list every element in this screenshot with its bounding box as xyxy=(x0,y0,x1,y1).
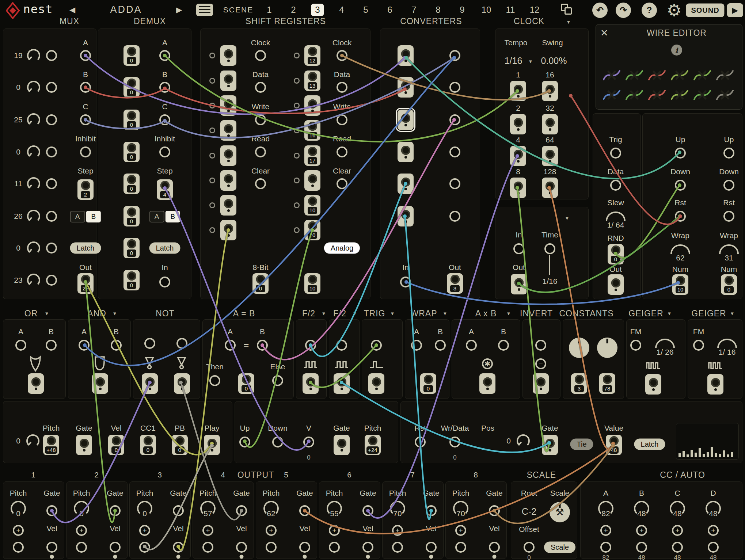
shift1-stage-jack[interactable] xyxy=(220,145,236,166)
dac-port[interactable] xyxy=(449,82,460,93)
output-gate-port[interactable] xyxy=(299,505,310,516)
shift2-stage-jack[interactable]: 13 xyxy=(304,71,320,91)
invert-out-jack[interactable] xyxy=(533,373,549,394)
mux-latch-button[interactable]: Latch xyxy=(70,243,101,254)
shift1-tap-port[interactable] xyxy=(209,178,215,183)
demux-out-jack[interactable]: 0 xyxy=(123,45,140,66)
counter-num-jack[interactable]: 10 xyxy=(672,274,688,295)
wire-editor-mark[interactable] xyxy=(671,88,688,102)
close-icon[interactable]: ✕ xyxy=(600,27,608,39)
preset-next-icon[interactable]: ▶ xyxy=(176,5,182,14)
midi-gate-jack[interactable] xyxy=(76,435,92,455)
wire-editor-mark[interactable] xyxy=(693,88,711,102)
shift1-port-clear[interactable] xyxy=(255,178,266,189)
shift1-tap-port[interactable] xyxy=(209,103,215,108)
shift2-port-data[interactable] xyxy=(337,82,347,93)
seq-wrdata-port[interactable] xyxy=(449,437,460,447)
seq-gate-jack[interactable] xyxy=(542,435,558,455)
wrap-b-port[interactable] xyxy=(435,340,446,351)
sound-button[interactable]: SOUND xyxy=(686,4,724,17)
scene-tab-4[interactable]: 4 xyxy=(335,4,348,16)
output-vel-port[interactable] xyxy=(173,542,184,553)
shift2-tap-port[interactable] xyxy=(294,153,300,159)
mux-knob[interactable] xyxy=(27,81,40,94)
midi-cc1-jack[interactable]: 0 xyxy=(140,435,156,455)
preset-name[interactable]: ADDA xyxy=(110,4,142,15)
shift1-port-data[interactable] xyxy=(255,82,266,93)
clock-div-jack-2[interactable] xyxy=(510,114,526,134)
scene-copy-icon[interactable] xyxy=(561,4,573,16)
demux-out-jack[interactable]: 0 xyxy=(123,174,140,194)
or-out-jack[interactable] xyxy=(28,373,44,394)
shift1-stage-jack[interactable] xyxy=(220,220,236,240)
adc-jack[interactable] xyxy=(398,206,414,226)
shift1-tap-port[interactable] xyxy=(209,78,215,84)
wire-editor-mark[interactable] xyxy=(693,68,711,83)
scene-tab-11[interactable]: 11 xyxy=(502,4,519,16)
geiger-out-jack[interactable] xyxy=(645,374,661,395)
wire-editor-mark[interactable] xyxy=(671,68,688,83)
demux-out-jack[interactable]: 0 xyxy=(123,142,140,162)
midi-play-jack[interactable] xyxy=(204,435,220,455)
mux-input-port[interactable] xyxy=(46,114,57,125)
output-pitch-mod-port[interactable]: + xyxy=(266,525,277,536)
output-gate-port[interactable] xyxy=(236,505,247,516)
clock-div-jack-4[interactable] xyxy=(510,146,526,166)
shift1-stage-jack[interactable] xyxy=(220,95,236,116)
aeqb-else-port[interactable] xyxy=(272,375,283,386)
mux-knob[interactable] xyxy=(27,113,40,126)
counter-rst-port[interactable] xyxy=(675,211,686,222)
wire-editor-mark[interactable] xyxy=(648,88,666,102)
wire-editor-mark[interactable] xyxy=(648,68,666,83)
geiger-out-jack[interactable] xyxy=(707,374,723,395)
output-vel-port[interactable] xyxy=(110,542,121,553)
demux-out-jack[interactable]: 0 xyxy=(123,77,140,98)
clock-div-jack-16[interactable] xyxy=(542,81,558,101)
ccauto-cv-port[interactable] xyxy=(600,542,611,553)
shift1-port-clock[interactable] xyxy=(255,50,266,61)
mux-port-b[interactable] xyxy=(80,82,91,93)
adc-in-port[interactable] xyxy=(400,277,411,287)
scene-tab-3[interactable]: 3 xyxy=(311,4,324,16)
shift2-tap-port[interactable] xyxy=(294,227,300,233)
shift2-stage-jack[interactable]: 10 xyxy=(304,220,320,240)
shift1-stage-jack[interactable] xyxy=(220,120,236,141)
f2a-out-jack[interactable] xyxy=(303,373,319,394)
output-vel-port[interactable] xyxy=(489,542,500,553)
seq-latch-button[interactable]: Latch xyxy=(634,439,665,450)
seq-rst-port[interactable] xyxy=(415,437,426,447)
mux-knob[interactable] xyxy=(27,145,40,159)
output-vel-port[interactable] xyxy=(426,542,437,553)
mux-input-port[interactable] xyxy=(46,243,57,254)
arp-pitch-jack[interactable]: +24 xyxy=(365,435,381,455)
wire-editor-mark[interactable] xyxy=(626,88,643,102)
and-out-jack[interactable] xyxy=(92,373,108,394)
counter-up-port[interactable] xyxy=(723,148,734,159)
mux-port-a[interactable] xyxy=(80,50,91,61)
or-a-port[interactable] xyxy=(15,340,26,351)
dac-port[interactable] xyxy=(449,178,460,189)
shift2-tap-port[interactable] xyxy=(294,178,300,183)
info-icon[interactable]: i xyxy=(671,45,682,56)
shift2-port-clock[interactable] xyxy=(337,50,347,61)
shift1-port-write[interactable] xyxy=(255,114,266,125)
adc-jack[interactable] xyxy=(398,45,414,66)
mux-input-port[interactable] xyxy=(46,178,57,189)
mux-step-jack[interactable]: 2 xyxy=(77,179,94,200)
hold-time-port[interactable] xyxy=(544,243,555,254)
output-pitch-cv-port[interactable] xyxy=(13,542,24,553)
output-pitch-mod-port[interactable]: + xyxy=(392,525,403,536)
scene-tab-6[interactable]: 6 xyxy=(383,4,396,16)
shift2-port-write[interactable] xyxy=(337,114,347,125)
shift1-tap-port[interactable] xyxy=(209,153,215,159)
seq-tie-button[interactable]: Tie xyxy=(570,439,593,450)
output-gate-port[interactable] xyxy=(173,505,184,516)
clock-div-jack-1[interactable] xyxy=(510,81,526,101)
output-gate-port[interactable] xyxy=(362,505,373,516)
shift2-out-jack[interactable]: 10 xyxy=(304,273,320,294)
geiger-fm-port[interactable] xyxy=(630,340,641,351)
and-b-port[interactable] xyxy=(111,340,122,351)
shift2-tap-port[interactable] xyxy=(294,202,300,208)
output-pitch-cv-port[interactable] xyxy=(202,542,213,553)
constant-jack-2[interactable]: 78 xyxy=(599,373,615,394)
